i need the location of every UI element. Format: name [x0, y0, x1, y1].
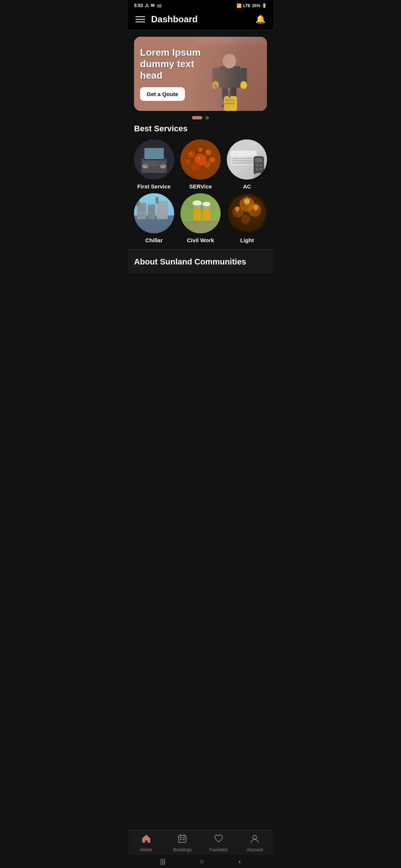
chillar-icon: [134, 193, 174, 233]
time-display: 5:53: [134, 3, 143, 8]
service-label-ac: AC: [243, 183, 251, 190]
ac-icon: [227, 139, 267, 180]
svg-point-65: [202, 202, 211, 206]
service-label-chillar: Chillar: [145, 237, 163, 243]
service-circle-ac: [227, 139, 267, 180]
svg-point-42: [256, 164, 259, 167]
light-icon: [227, 193, 267, 233]
service-label-light: Light: [240, 237, 254, 243]
service-label-service: SERVice: [189, 183, 212, 190]
notification-bell-icon[interactable]: 🔔: [255, 14, 265, 24]
civil-illustration: [180, 193, 221, 233]
svg-point-32: [190, 153, 192, 154]
svg-point-80: [228, 195, 265, 232]
battery-icon: 🔋: [262, 3, 267, 8]
svg-point-26: [191, 162, 200, 171]
about-section: About Sunland Communities: [128, 249, 273, 274]
service-item-civil-work[interactable]: Civil Work: [179, 193, 222, 243]
service-label-first-service: First Service: [137, 183, 171, 190]
svg-rect-16: [144, 148, 164, 159]
status-right: 📶 LTE 25% 🔋: [237, 3, 267, 8]
dot-1[interactable]: [192, 116, 202, 119]
hamburger-line-2: [136, 19, 145, 20]
banner-content: Lorem Ipsum dummy text head Get a Qoute: [134, 37, 214, 111]
svg-rect-63: [193, 209, 201, 220]
get-quote-button[interactable]: Get a Qoute: [140, 87, 185, 101]
services-title: Best Services: [134, 124, 273, 134]
battery-display: 25%: [252, 3, 260, 8]
hamburger-line-3: [136, 22, 145, 22]
service-item-light[interactable]: Light: [226, 193, 268, 243]
service-item-ac[interactable]: AC: [226, 139, 268, 190]
svg-point-33: [207, 151, 208, 152]
hamburger-line-1: [136, 16, 145, 17]
header-left: Dashboard: [136, 14, 198, 24]
svg-rect-38: [232, 160, 255, 161]
service-circle-chillar: [134, 193, 174, 233]
svg-point-24: [188, 151, 195, 158]
svg-point-30: [209, 157, 215, 163]
svg-rect-20: [143, 163, 165, 164]
svg-point-44: [256, 168, 259, 171]
warning-icon: ⚠: [145, 3, 149, 8]
service-circle-light: [227, 193, 267, 233]
service-circle-first-service: [134, 139, 174, 180]
ac-illustration: [227, 139, 267, 180]
svg-point-45: [260, 168, 263, 171]
status-bar: 5:53 ⚠ ✉ 📹 📶 LTE 25% 🔋: [128, 0, 273, 10]
service-circle-civil-work: [180, 193, 221, 233]
app-header: Dashboard 🔔: [128, 10, 273, 30]
bubbles-illustration: [180, 139, 221, 180]
svg-rect-66: [203, 210, 210, 220]
status-left: 5:53 ⚠ ✉ 📹: [134, 3, 162, 8]
first-service-icon: [134, 139, 174, 180]
hamburger-menu[interactable]: [136, 16, 145, 22]
main-content: Lorem Ipsum dummy text head Get a Qoute …: [128, 37, 273, 315]
chiller-illustration: [134, 193, 174, 233]
svg-rect-21: [143, 165, 165, 165]
service-item-chillar[interactable]: Chillar: [133, 193, 175, 243]
svg-rect-36: [231, 151, 257, 156]
svg-point-29: [185, 159, 190, 164]
svg-point-31: [198, 157, 200, 159]
light-illustration: [227, 193, 267, 233]
svg-rect-55: [138, 205, 145, 206]
wifi-icon: 📶: [237, 3, 242, 8]
services-grid: First Service: [128, 139, 273, 243]
dot-2[interactable]: [205, 116, 209, 119]
svg-point-17: [142, 164, 148, 168]
svg-rect-19: [143, 161, 165, 162]
banner-dots: [128, 116, 273, 119]
svg-rect-54: [156, 197, 159, 204]
svg-rect-67: [182, 221, 219, 233]
service-label-civil-work: Civil Work: [187, 237, 214, 243]
svg-rect-57: [138, 210, 145, 211]
service-item-service[interactable]: SERVice: [179, 139, 222, 190]
svg-point-28: [198, 148, 203, 152]
svg-rect-51: [148, 204, 155, 219]
svg-rect-62: [193, 203, 202, 205]
svg-rect-37: [232, 158, 255, 159]
service-circle-service: [180, 139, 221, 180]
mail-icon: ✉: [151, 3, 154, 8]
about-title: About Sunland Communities: [134, 257, 267, 267]
svg-rect-56: [138, 207, 145, 208]
banner-heading: Lorem Ipsum dummy text head: [140, 47, 208, 82]
promo-banner: Lorem Ipsum dummy text head Get a Qoute: [134, 37, 267, 111]
svg-point-27: [204, 161, 211, 168]
video-icon: 📹: [156, 3, 162, 8]
svg-point-18: [160, 164, 166, 168]
service-icon: [180, 139, 221, 180]
network-display: LTE: [243, 3, 251, 8]
civil-work-icon: [180, 193, 221, 233]
services-section: Best Services: [128, 124, 273, 243]
service-item-first-service[interactable]: First Service: [133, 139, 175, 190]
svg-point-43: [260, 164, 263, 167]
page-title: Dashboard: [151, 14, 198, 24]
svg-point-25: [205, 149, 211, 155]
svg-rect-52: [157, 201, 168, 219]
svg-rect-41: [255, 158, 263, 162]
svg-rect-39: [232, 162, 255, 164]
laptop-illustration: [134, 139, 174, 180]
